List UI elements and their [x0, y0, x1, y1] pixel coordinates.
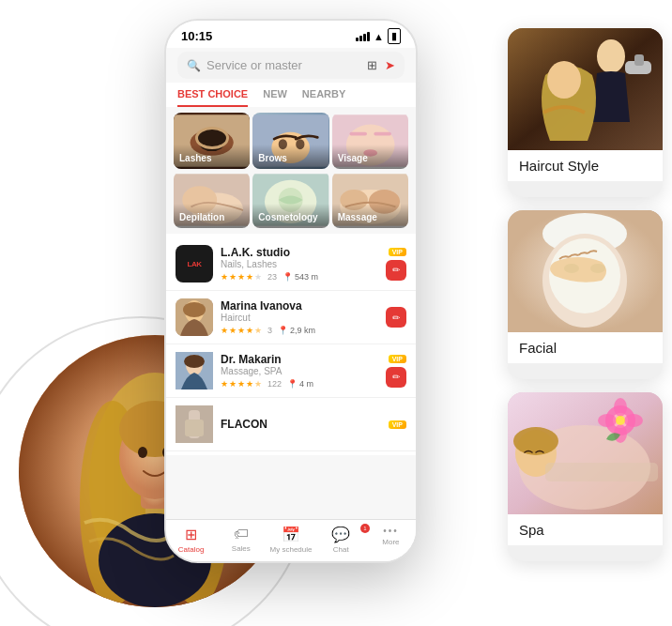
search-icon: 🔍 [187, 59, 201, 72]
nav-sales[interactable]: 🏷 Sales [216, 526, 266, 554]
lak-info: L.A.K. studio Nails, Lashes ★ ★ ★ ★ ★ 23… [221, 246, 378, 282]
svg-rect-45 [185, 420, 204, 436]
nav-schedule[interactable]: 📅 My schedule [266, 526, 315, 554]
catalog-label: Catalog [178, 545, 205, 554]
search-bar[interactable]: 🔍 Service or master ⊞ ➤ [177, 52, 405, 79]
tab-nearby[interactable]: NEARBY [302, 88, 345, 107]
massage-overlay: Massage [332, 204, 408, 228]
chat-icon: 💬 [331, 526, 350, 543]
category-brows[interactable]: Brows [252, 113, 328, 169]
status-time: 10:15 [181, 29, 212, 43]
svg-point-42 [184, 355, 205, 368]
svg-rect-25 [374, 132, 390, 136]
service-card-spa[interactable]: Spa [508, 392, 663, 561]
star-2: ★ [229, 379, 237, 389]
flacon-image [176, 405, 213, 443]
category-depilation[interactable]: Depilation [174, 172, 250, 228]
salon-item-flacon[interactable]: FLACON VIP [166, 398, 416, 451]
svg-point-67 [616, 416, 625, 425]
salon-item-marina[interactable]: Marina Ivanova Haircut ★ ★ ★ ★ ★ 3 📍 [166, 291, 416, 344]
makarin-reviews: 122 [267, 379, 282, 389]
star-2: ★ [229, 272, 237, 282]
pin-icon: 📍 [278, 326, 288, 335]
marina-stars: ★ ★ ★ ★ ★ [221, 326, 262, 335]
tab-new[interactable]: NEW [263, 88, 287, 107]
lak-name: L.A.K. studio [221, 246, 378, 259]
service-card-facial[interactable]: Facial [508, 210, 663, 379]
nav-chat[interactable]: 💬 1 Chat [316, 526, 366, 554]
lak-edit-button[interactable]: ✏ [386, 260, 406, 281]
svg-point-8 [138, 447, 147, 458]
star-4: ★ [246, 272, 253, 282]
facial-image [508, 210, 663, 332]
more-label: More [382, 538, 399, 546]
schedule-icon: 📅 [282, 526, 300, 543]
lak-logo: LAK [176, 245, 213, 282]
brows-label: Brows [258, 153, 287, 163]
star-1: ★ [221, 379, 228, 389]
makarin-actions: VIP ✏ [386, 355, 406, 388]
signal-bar-1 [356, 38, 359, 41]
marina-meta: ★ ★ ★ ★ ★ 3 📍 2,9 km [221, 326, 378, 335]
haircut-card-label: Haircut Style [508, 150, 663, 181]
salon-item-makarin[interactable]: Dr. Makarin Massage, SPA ★ ★ ★ ★ ★ 122 📍 [166, 344, 416, 398]
service-cards-panel: Haircut Style [508, 28, 672, 561]
spa-image [508, 392, 663, 514]
svg-rect-24 [349, 132, 366, 136]
salon-item-lak[interactable]: LAK L.A.K. studio Nails, Lashes ★ ★ ★ ★ … [166, 237, 416, 291]
makarin-edit-button[interactable]: ✏ [386, 367, 406, 388]
nav-more[interactable]: ••• More [366, 526, 416, 554]
svg-rect-49 [634, 54, 644, 66]
star-5: ★ [254, 379, 262, 389]
svg-point-63 [614, 398, 627, 417]
flacon-actions: VIP [389, 420, 406, 429]
lak-stars: ★ ★ ★ ★ ★ [221, 272, 262, 282]
star-4: ★ [246, 326, 253, 335]
star-2: ★ [229, 326, 237, 335]
bottom-navigation: ⊞ Catalog 🏷 Sales 📅 My schedule 💬 1 Chat… [166, 519, 416, 561]
nav-catalog[interactable]: ⊞ Catalog [166, 526, 216, 554]
location-arrow-icon[interactable]: ➤ [385, 58, 395, 72]
lak-reviews: 23 [267, 272, 277, 282]
brows-overlay: Brows [252, 145, 328, 169]
sales-label: Sales [232, 544, 251, 553]
chat-badge: 1 [360, 524, 370, 533]
signal-bar-2 [359, 36, 362, 41]
status-bar: 10:15 ▲ ▮ [166, 21, 416, 48]
star-5: ★ [254, 326, 262, 335]
svg-point-50 [547, 61, 581, 99]
flacon-logo [176, 405, 213, 443]
makarin-avatar [176, 352, 213, 389]
category-massage[interactable]: Massage [332, 172, 408, 228]
svg-point-60 [513, 427, 558, 455]
makarin-stars: ★ ★ ★ ★ ★ [221, 379, 262, 389]
depilation-label: Depilation [179, 212, 224, 222]
makarin-vip-badge: VIP [389, 355, 406, 363]
marina-type: Haircut [221, 313, 378, 323]
category-grid: Lashes Brows [166, 107, 416, 234]
marina-distance: 📍 2,9 km [278, 326, 315, 335]
lak-actions: VIP ✏ [386, 248, 406, 281]
star-1: ★ [221, 326, 228, 335]
svg-point-65 [598, 414, 617, 427]
marina-edit-button[interactable]: ✏ [386, 307, 406, 328]
status-icons: ▲ ▮ [356, 28, 401, 44]
cosmetology-label: Cosmetology [258, 212, 317, 222]
category-cosmetology[interactable]: Cosmetology [252, 172, 328, 228]
spa-card-label: Spa [508, 514, 663, 545]
star-1: ★ [221, 272, 228, 282]
visage-overlay: Visage [332, 145, 408, 169]
signal-bars [356, 32, 370, 41]
pin-icon: 📍 [287, 379, 298, 389]
svg-point-66 [624, 414, 643, 427]
filter-icon[interactable]: ⊞ [367, 58, 377, 72]
service-card-haircut[interactable]: Haircut Style [508, 28, 663, 197]
marina-avatar [176, 298, 213, 336]
search-action-icons: ⊞ ➤ [367, 58, 395, 72]
category-visage[interactable]: Visage [332, 113, 408, 169]
category-lashes[interactable]: Lashes [174, 113, 250, 169]
tab-best-choice[interactable]: BEST CHOICE [177, 88, 248, 107]
cosmetology-overlay: Cosmetology [252, 204, 328, 228]
more-icon: ••• [383, 526, 399, 536]
makarin-name: Dr. Makarin [221, 353, 378, 366]
